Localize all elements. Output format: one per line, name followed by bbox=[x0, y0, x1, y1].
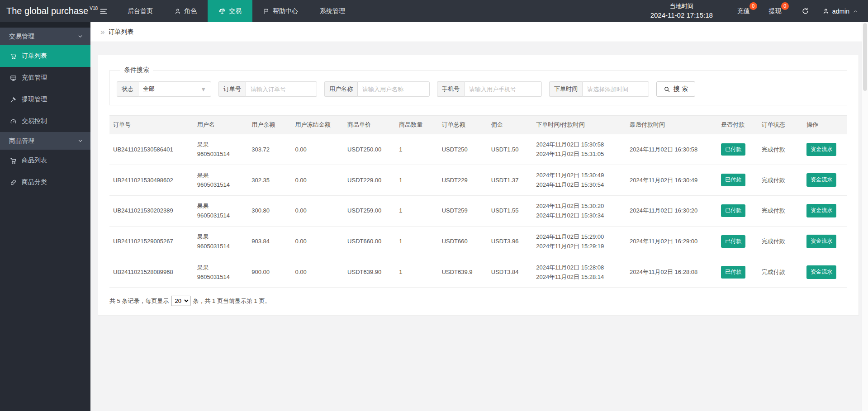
user-name-text: 果果 bbox=[197, 201, 245, 211]
table-row: UB2411021528089968 果果 9605031514 900.00 … bbox=[109, 257, 847, 288]
sidebar-toggle-button[interactable] bbox=[90, 0, 117, 22]
cell-order-status: 完成付款 bbox=[758, 257, 803, 288]
scrollbar[interactable] bbox=[862, 22, 868, 411]
sidebar-item-trade-control[interactable]: 交易控制 bbox=[0, 110, 90, 132]
status-select[interactable]: 全部 ▼ bbox=[138, 81, 211, 97]
paid-status-badge: 已付款 bbox=[721, 235, 745, 248]
main-area: » 订单列表 条件搜索 状态 全部 ▼ bbox=[90, 22, 868, 411]
cell-commission: USDT1.55 bbox=[488, 195, 532, 226]
search-legend: 条件搜索 bbox=[120, 66, 153, 74]
nav-label: 系统管理 bbox=[320, 7, 345, 15]
search-button[interactable]: 搜 索 bbox=[656, 81, 695, 97]
cell-unit-price: USDT250.00 bbox=[344, 134, 395, 165]
withdraw-link[interactable]: 提现 0 bbox=[763, 7, 788, 15]
sidebar-item-goods-category[interactable]: 商品分类 bbox=[0, 171, 90, 193]
pagination-prefix: 共 5 条记录，每页显示 bbox=[109, 297, 169, 305]
cell-paid: 已付款 bbox=[717, 226, 758, 257]
paid-status-badge: 已付款 bbox=[721, 143, 745, 156]
local-time-value: 2024-11-02 17:15:18 bbox=[650, 10, 713, 21]
nav-item-trade[interactable]: 交易 bbox=[208, 0, 252, 22]
order-time-text: 2024年11月02日 15:30:58 bbox=[536, 140, 622, 149]
local-time: 当地时间 2024-11-02 17:15:18 bbox=[650, 2, 713, 21]
cell-unit-price: USDT639.90 bbox=[344, 257, 395, 288]
user-id-text: 9605031514 bbox=[197, 211, 245, 220]
order-no-input[interactable] bbox=[246, 81, 317, 97]
phone-label: 手机号 bbox=[437, 81, 464, 97]
user-name-label: 用户名称 bbox=[324, 81, 357, 97]
search-icon bbox=[664, 86, 670, 93]
fund-flow-button[interactable]: 资金流水 bbox=[806, 143, 836, 156]
recharge-count-badge: 0 bbox=[749, 2, 757, 10]
pay-time-text: 2024年11月02日 15:31:05 bbox=[536, 149, 622, 159]
nav-item-help[interactable]: 帮助中心 bbox=[252, 0, 309, 22]
sidebar-item-label: 提现管理 bbox=[22, 95, 47, 104]
pagination: 共 5 条记录，每页显示 20 条，共 1 页当前显示第 1 页。 bbox=[109, 296, 847, 306]
nav-label: 后台首页 bbox=[128, 7, 153, 15]
col-header-quantity: 商品数量 bbox=[395, 116, 438, 134]
cell-quantity: 1 bbox=[395, 257, 438, 288]
withdraw-label: 提现 bbox=[769, 7, 782, 14]
col-header-order-time: 下单时间/付款时间 bbox=[532, 116, 626, 134]
cell-user: 果果 9605031514 bbox=[194, 195, 248, 226]
cell-action: 资金流水 bbox=[803, 195, 847, 226]
phone-input[interactable] bbox=[464, 81, 542, 97]
sidebar-gap bbox=[0, 22, 90, 28]
cell-quantity: 1 bbox=[395, 134, 438, 165]
col-header-frozen: 用户冻结金额 bbox=[291, 116, 344, 134]
nav-item-home[interactable]: 后台首页 bbox=[117, 0, 164, 22]
gavel-icon bbox=[10, 96, 17, 103]
paid-status-badge: 已付款 bbox=[721, 204, 745, 217]
user-name-input[interactable] bbox=[357, 81, 430, 97]
cell-paid: 已付款 bbox=[717, 134, 758, 165]
user-id-text: 9605031514 bbox=[197, 241, 245, 251]
fund-flow-button[interactable]: 资金流水 bbox=[806, 265, 836, 279]
col-header-balance: 用户余额 bbox=[248, 116, 291, 134]
fund-flow-button[interactable]: 资金流水 bbox=[806, 204, 836, 217]
topbar: The global purchase V18 后台首页 角色 交易 帮助中心 … bbox=[0, 0, 868, 22]
sidebar-item-recharge[interactable]: 充值管理 bbox=[0, 67, 90, 89]
cell-frozen: 0.00 bbox=[291, 195, 344, 226]
paid-status-badge: 已付款 bbox=[721, 266, 745, 279]
cell-last-pay-time: 2024年11月02日 16:28:08 bbox=[626, 257, 717, 288]
sidebar-group-goods[interactable]: 商品管理 bbox=[0, 132, 90, 150]
cell-quantity: 1 bbox=[395, 165, 438, 195]
scrollbar-thumb[interactable] bbox=[863, 23, 867, 91]
sidebar-item-label: 订单列表 bbox=[22, 52, 47, 60]
content: 条件搜索 状态 全部 ▼ 订单号 bbox=[90, 42, 868, 316]
cell-last-pay-time: 2024年11月02日 16:30:49 bbox=[626, 165, 717, 195]
nav-item-roles[interactable]: 角色 bbox=[164, 0, 208, 22]
cell-order-no: UB2411021530202389 bbox=[109, 195, 194, 226]
order-time-text: 2024年11月02日 15:30:49 bbox=[536, 170, 622, 180]
nav-item-system[interactable]: 系统管理 bbox=[309, 0, 356, 22]
user-id-text: 9605031514 bbox=[197, 272, 245, 282]
cell-times: 2024年11月02日 15:29:00 2024年11月02日 15:29:1… bbox=[532, 226, 626, 257]
cell-order-status: 完成付款 bbox=[758, 165, 803, 195]
admin-menu[interactable]: admin bbox=[816, 8, 868, 15]
pay-time-text: 2024年11月02日 15:28:14 bbox=[536, 272, 622, 282]
status-selected-value: 全部 bbox=[143, 85, 155, 93]
order-time-input[interactable] bbox=[582, 81, 649, 97]
nav-label: 角色 bbox=[184, 7, 197, 15]
person-icon bbox=[823, 8, 829, 14]
sidebar-item-order-list[interactable]: 订单列表 bbox=[0, 45, 90, 67]
fund-flow-button[interactable]: 资金流水 bbox=[806, 235, 836, 248]
order-no-filter: 订单号 bbox=[218, 81, 317, 97]
refresh-button[interactable] bbox=[794, 7, 816, 15]
sidebar-item-withdraw[interactable]: 提现管理 bbox=[0, 89, 90, 110]
fund-flow-button[interactable]: 资金流水 bbox=[806, 173, 836, 187]
table-row: UB2411021530202389 果果 9605031514 300.80 … bbox=[109, 195, 847, 226]
app-logo-text: The global purchase bbox=[6, 6, 88, 16]
recharge-link[interactable]: 充值 0 bbox=[731, 7, 756, 15]
topbar-right: 当地时间 2024-11-02 17:15:18 充值 0 提现 0 admin bbox=[650, 0, 868, 22]
sidebar-item-goods-list[interactable]: 商品列表 bbox=[0, 150, 90, 171]
order-time-label: 下单时间 bbox=[549, 81, 582, 97]
cell-total: USDT229 bbox=[438, 165, 488, 195]
table-row: UB2411021530586401 果果 9605031514 303.72 … bbox=[109, 134, 847, 165]
cell-action: 资金流水 bbox=[803, 257, 847, 288]
recharge-icon bbox=[10, 75, 17, 81]
sidebar-group-trade[interactable]: 交易管理 bbox=[0, 28, 90, 45]
cell-times: 2024年11月02日 15:28:08 2024年11月02日 15:28:1… bbox=[532, 257, 626, 288]
cell-times: 2024年11月02日 15:30:58 2024年11月02日 15:31:0… bbox=[532, 134, 626, 165]
col-header-status: 订单状态 bbox=[758, 116, 803, 134]
page-size-select[interactable]: 20 bbox=[171, 296, 190, 306]
